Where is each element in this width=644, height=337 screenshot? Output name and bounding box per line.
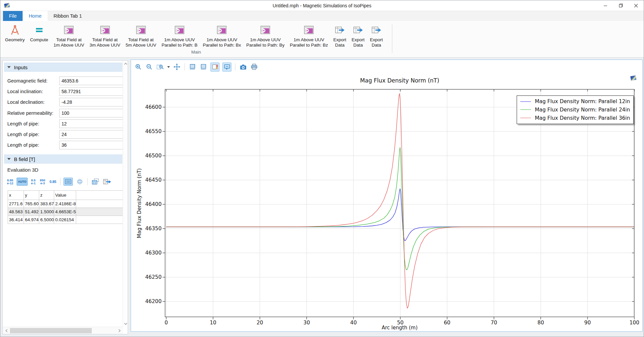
restore-button[interactable]	[613, 0, 628, 11]
collapse-triangle-icon	[7, 66, 11, 68]
plot-window-icon	[304, 24, 314, 36]
y-tick-label: 46400	[138, 201, 162, 207]
new-window-button[interactable]	[91, 178, 100, 186]
scroll-left-icon[interactable]	[3, 327, 10, 334]
ribbon-separator	[392, 24, 392, 53]
export-data-1-button[interactable]: ExportData	[330, 22, 349, 48]
tab-home[interactable]: Home	[23, 11, 48, 21]
sphere-view-button[interactable]	[75, 178, 84, 186]
table-row[interactable]: 2771.6765.60383.672.4186E-8	[8, 200, 123, 208]
window-title: Untitled.mph - Magnetic Simulations of I…	[0, 0, 644, 11]
tab-file[interactable]: File	[3, 11, 23, 21]
tooltip-icon	[224, 64, 230, 70]
field-input[interactable]	[59, 130, 123, 139]
zoom-extents-button[interactable]	[173, 63, 181, 71]
tab-ribbon-tab-1[interactable]: Ribbon Tab 1	[48, 11, 88, 21]
zoom-box-button[interactable]	[156, 63, 164, 71]
table-row[interactable]: 36.41464.9746.50000.026154	[8, 216, 123, 224]
field-input[interactable]	[59, 141, 123, 149]
export-icon	[371, 24, 381, 36]
export-icon	[353, 24, 363, 36]
bfield-section-title: B field [T]	[14, 156, 35, 162]
toolbar-separator	[87, 178, 88, 185]
fmt-auto-button[interactable]: AUTO	[17, 178, 28, 186]
legend-icon	[212, 64, 218, 70]
legend-line-sample	[520, 109, 531, 110]
settings-panel: Inputs Geomagnetic field:Local inclinati…	[2, 60, 128, 334]
y-tick-label: 46200	[138, 298, 162, 304]
app-window: Untitled.mph - Magnetic Simulations of I…	[0, 0, 644, 337]
x-grid-button[interactable]	[189, 63, 196, 71]
ribbon-button-label: ExportData	[351, 37, 364, 48]
scrollbar-thumb[interactable]	[10, 328, 92, 333]
field-input[interactable]	[59, 98, 123, 106]
close-icon	[634, 4, 638, 8]
table-view-button[interactable]	[64, 178, 73, 186]
inputs-section-header[interactable]: Inputs	[4, 63, 122, 72]
total-field-3m-button[interactable]: Total Field at3m Above UUV	[87, 22, 123, 48]
print-button[interactable]	[250, 63, 258, 71]
parallel-by-button[interactable]: 1m Above UUVParallel to Path: By	[244, 22, 287, 48]
scroll-right-icon[interactable]	[116, 327, 123, 334]
y-tick-label: 46250	[138, 274, 162, 280]
fmt-decimal-button[interactable]: 0.85	[49, 177, 57, 186]
snapshot-button[interactable]	[239, 63, 247, 71]
table-header-cell: y	[24, 191, 39, 200]
inputs-section-title: Inputs	[14, 65, 28, 70]
table-cell: 2.4186E-8	[54, 200, 76, 208]
parallel-b-button[interactable]: 1m Above UUVParallel to Path: B	[159, 22, 200, 48]
toolbar-separator	[60, 178, 61, 185]
scroll-up-icon[interactable]	[123, 61, 128, 66]
printer-icon	[251, 64, 258, 70]
graphics-panel: Mag Flux Density Norm (nT) Mag Flux Dens…	[131, 60, 643, 332]
fmt-scientific-button[interactable]: 8.85e-12	[6, 178, 14, 186]
geometry-icon	[10, 24, 20, 36]
bfield-section-header[interactable]: B field [T]	[4, 154, 122, 164]
x-tick-label: 50	[390, 320, 410, 326]
vertical-scrollbar[interactable]	[123, 61, 128, 327]
table-cell: 64.974	[24, 216, 39, 224]
x-tick-label: 30	[297, 320, 317, 326]
field-input[interactable]	[59, 77, 123, 85]
zoom-out-button[interactable]	[145, 63, 153, 71]
table-cell: 48.563	[8, 208, 24, 216]
zoom-in-button[interactable]	[134, 63, 142, 71]
table-row[interactable]: 48.56351.4921.50004.6653E-5	[8, 208, 123, 216]
scroll-down-icon[interactable]	[123, 321, 128, 326]
number-format-toolbar: 8.85e-12AUTO8.5e-1850e-30.85	[6, 176, 112, 187]
fmt-engineering-button[interactable]: 8.5e-1	[30, 178, 37, 186]
minimize-button[interactable]	[598, 0, 613, 11]
total-field-1m-button[interactable]: Total Field at1m Above UUV	[51, 22, 87, 48]
field-input[interactable]	[59, 109, 123, 117]
field-label: Geomagnetic field:	[7, 77, 48, 85]
geometry-button[interactable]: Geometry	[2, 22, 27, 43]
total-field-5m-button[interactable]: Total Field at5m Above UUV	[123, 22, 159, 48]
compute-button[interactable]: Compute	[27, 22, 51, 43]
export-table-button[interactable]	[102, 178, 112, 186]
legend-toggle-button[interactable]	[210, 63, 219, 72]
tooltip-toggle-button[interactable]	[222, 63, 231, 72]
horizontal-scrollbar[interactable]	[3, 327, 123, 334]
table-cell	[76, 208, 123, 216]
field-label: Length of pipe:	[7, 141, 39, 149]
y-grid-button[interactable]	[199, 63, 207, 71]
export-data-3-button[interactable]: ExportData	[367, 22, 386, 48]
zoom-in-icon	[135, 64, 142, 70]
y-tick-label: 46350	[138, 226, 162, 232]
evaluation-subtitle: Evaluation 3D	[7, 167, 38, 173]
graphics-toolbar	[134, 62, 258, 72]
fmt-si-button[interactable]: 850e-3	[39, 178, 46, 186]
parallel-bx-button[interactable]: 1m Above UUVParallel to Path: Bx	[200, 22, 244, 48]
field-input[interactable]	[59, 87, 123, 96]
ribbon: GeometryComputeTotal Field at1m Above UU…	[0, 21, 644, 58]
table-header-cell: Value	[54, 191, 76, 200]
field-input[interactable]	[59, 119, 123, 128]
plot-thumbnail-icon[interactable]	[629, 75, 638, 82]
y-tick-label: 46450	[138, 177, 162, 183]
export-data-2-button[interactable]: ExportData	[349, 22, 367, 48]
zoom-box-dropdown-caret[interactable]	[167, 66, 170, 68]
toolbar-separator	[235, 63, 235, 71]
parallel-bz-button[interactable]: 1m Above UUVParallel to Path: Bz	[287, 22, 331, 48]
close-button[interactable]	[628, 0, 644, 11]
table-cell	[76, 200, 123, 208]
